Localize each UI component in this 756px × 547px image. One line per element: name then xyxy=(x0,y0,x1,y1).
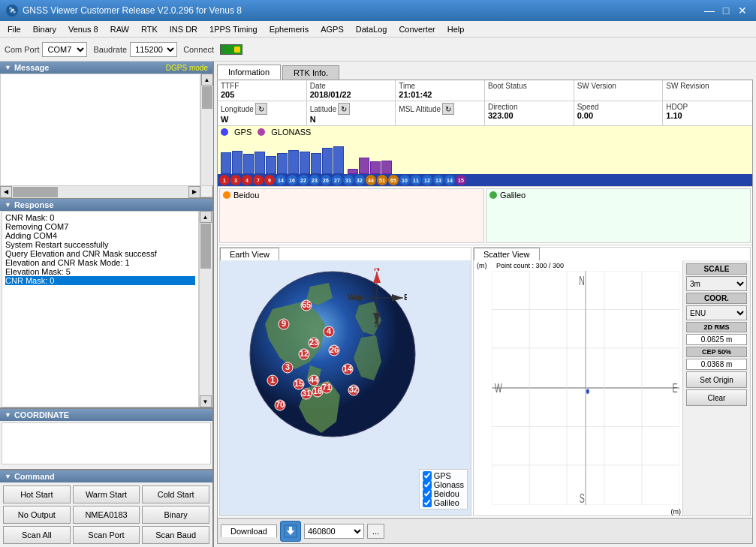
hscroll-track[interactable] xyxy=(12,186,188,198)
toolbar: Com Port COM7 Baudrate 115200 Connect xyxy=(0,38,756,62)
sat-23: 23 xyxy=(309,175,320,185)
altitude-refresh[interactable]: ↻ xyxy=(442,103,454,115)
com-port-select[interactable]: COM7 xyxy=(42,42,87,57)
sw-revision-cell: SW Revision xyxy=(663,80,752,101)
direction-value: 323.00 xyxy=(488,111,571,120)
longitude-refresh[interactable]: ↻ xyxy=(255,103,267,115)
bar-24 xyxy=(266,156,276,174)
menu-rtk[interactable]: RTK xyxy=(135,21,164,38)
scan-port-button[interactable]: Scan Port xyxy=(73,526,140,544)
baudrate-select[interactable]: 115200 xyxy=(130,42,177,57)
point-count-label: Point count : 300 / 300 xyxy=(496,262,564,269)
speed-cell: Speed 0.00 xyxy=(574,101,664,125)
response-scroll-up[interactable]: ▲ xyxy=(200,211,212,223)
hscroll-right-btn[interactable]: ▶ xyxy=(188,186,200,198)
beidou-galileo-row: Beidou Galileo xyxy=(218,187,752,245)
cep-value: 0.0368 m xyxy=(686,359,747,370)
menu-ephemeris[interactable]: Ephemeris xyxy=(264,21,315,38)
close-button[interactable]: ✕ xyxy=(735,4,750,17)
no-output-button[interactable]: No Output xyxy=(3,506,71,524)
response-scroll-down[interactable]: ▼ xyxy=(200,395,212,407)
legend-galileo: Galileo xyxy=(423,498,464,507)
scroll-track[interactable] xyxy=(201,86,213,185)
minimize-button[interactable]: — xyxy=(702,4,717,17)
latitude-refresh[interactable]: ↻ xyxy=(338,103,350,115)
earth-view-panel: Earth View xyxy=(219,247,471,516)
coordinate-header[interactable]: ▼ COORDINATE xyxy=(0,409,212,421)
tab-information[interactable]: Information xyxy=(217,65,281,80)
scan-baud-button[interactable]: Scan Baud xyxy=(142,526,209,544)
title-controls[interactable]: — □ ✕ xyxy=(702,4,750,17)
maximize-button[interactable]: □ xyxy=(718,4,733,17)
coor-select[interactable]: ENU NED xyxy=(686,305,747,320)
scroll-thumb[interactable] xyxy=(202,86,212,109)
date-value: 2018/01/22 xyxy=(310,90,393,99)
menu-agps[interactable]: AGPS xyxy=(315,21,350,38)
menu-file[interactable]: File xyxy=(2,21,27,38)
menu-datalog[interactable]: DataLog xyxy=(350,21,393,38)
scroll-up-btn[interactable]: ▲ xyxy=(201,74,213,86)
svg-text:15: 15 xyxy=(294,379,303,388)
hot-start-button[interactable]: Hot Start xyxy=(3,485,71,503)
svg-text:E: E xyxy=(672,381,677,395)
download-baud-select[interactable]: 460800 115200 230400 xyxy=(304,524,364,539)
glonass-label: GLONASS xyxy=(271,128,311,137)
response-scroll-thumb[interactable] xyxy=(200,224,211,269)
earth-legend: GPS Glonass Beidou Galileo xyxy=(419,469,468,509)
response-scroll-track[interactable] xyxy=(200,223,212,395)
tab-rtk-info[interactable]: RTK Info. xyxy=(282,65,339,80)
menu-venus8[interactable]: Venus 8 xyxy=(62,21,104,38)
sat-14b: 14 xyxy=(444,175,455,185)
galileo-check[interactable] xyxy=(423,498,432,507)
svg-text:S: S xyxy=(374,320,379,328)
earth-view-tab-row: Earth View xyxy=(220,248,471,260)
download-dots-button[interactable]: ... xyxy=(367,524,384,539)
baudrate-group: Baudrate 115200 xyxy=(93,42,177,57)
gbar-7 xyxy=(348,169,358,174)
scale-select[interactable]: 3m 1m 2m 5m 10m xyxy=(686,276,747,291)
download-icon-btn[interactable] xyxy=(280,521,301,542)
binary-button[interactable]: Binary xyxy=(142,506,209,524)
menu-1pps[interactable]: 1PPS Timing xyxy=(203,21,264,38)
scan-all-button[interactable]: Scan All xyxy=(3,526,71,544)
response-line-7[interactable]: CNR Mask: 0 xyxy=(5,276,195,285)
menu-help[interactable]: Help xyxy=(441,21,471,38)
hdop-label: HDOP xyxy=(666,103,749,111)
set-origin-button[interactable]: Set Origin xyxy=(686,371,747,388)
response-header[interactable]: ▼ Response xyxy=(0,199,212,211)
command-header[interactable]: ▼ Command xyxy=(0,470,212,482)
response-line-0: CNR Mask: 0 xyxy=(5,213,195,222)
response-line-5: Elevation and CNR Mask Mode: 1 xyxy=(5,258,195,267)
hscroll-thumb[interactable] xyxy=(13,187,58,197)
message-arrow[interactable]: ▼ xyxy=(5,64,11,71)
svg-point-72 xyxy=(586,389,589,394)
clear-button[interactable]: Clear xyxy=(686,389,747,406)
coordinate-title: COORDINATE xyxy=(14,410,69,419)
hscroll-left-btn[interactable]: ◀ xyxy=(0,186,12,198)
menu-insdr[interactable]: INS DR xyxy=(164,21,203,38)
menu-binary[interactable]: Binary xyxy=(27,21,62,38)
gps-check[interactable] xyxy=(423,471,432,480)
nmea0183-button[interactable]: NMEA0183 xyxy=(73,506,140,524)
longitude-label-row: Longitude ↻ xyxy=(221,103,303,115)
coor-label: COOR. xyxy=(686,293,747,304)
beidou-check[interactable] xyxy=(423,489,432,498)
scatter-view-tab[interactable]: Scatter View xyxy=(474,248,540,260)
response-scrollbar[interactable]: ▲ ▼ xyxy=(199,211,211,407)
message-hscrollbar[interactable]: ◀ ▶ xyxy=(0,185,200,197)
sat-16: 16 xyxy=(287,175,297,185)
svg-text:N: N xyxy=(579,273,585,287)
sat-27: 27 xyxy=(332,175,342,185)
gps-glonass-header: GPS GLONASS xyxy=(218,126,752,138)
sat-4: 4 xyxy=(242,175,252,185)
earth-view-tab[interactable]: Earth View xyxy=(220,248,279,260)
download-tab[interactable]: Download xyxy=(221,524,277,537)
glonass-check[interactable] xyxy=(423,480,432,489)
coordinate-section: ▼ COORDINATE xyxy=(0,409,212,469)
menu-converter[interactable]: Converter xyxy=(393,21,441,38)
message-scrollbar[interactable]: ▲ ▼ xyxy=(200,74,212,197)
latitude-label: Latitude xyxy=(310,105,337,113)
menu-raw[interactable]: RAW xyxy=(104,21,135,38)
warm-start-button[interactable]: Warm Start xyxy=(73,485,140,503)
cold-start-button[interactable]: Cold Start xyxy=(142,485,209,503)
